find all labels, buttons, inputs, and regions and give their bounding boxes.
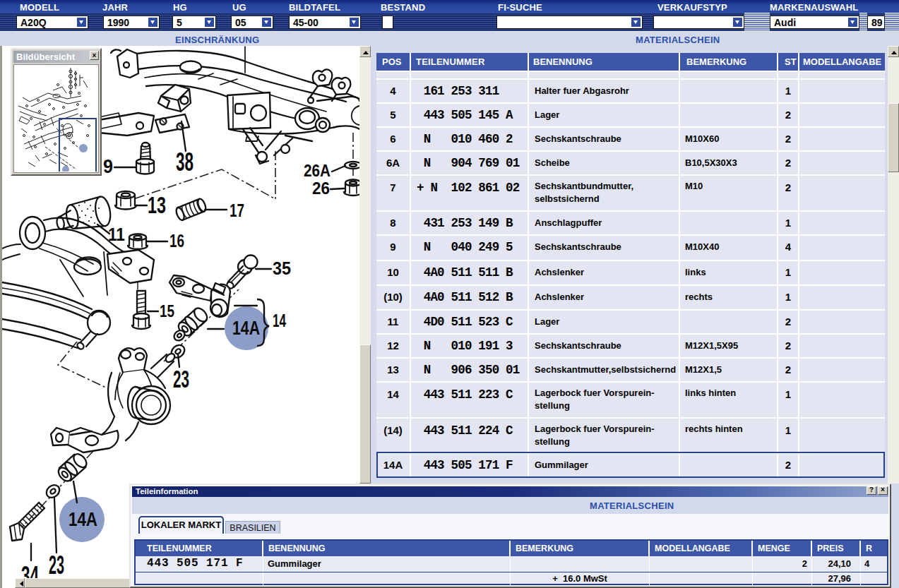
svg-text:15: 15: [160, 301, 174, 320]
svg-text:35: 35: [273, 258, 291, 279]
svg-text:16: 16: [169, 230, 184, 251]
svg-text:38: 38: [176, 148, 194, 176]
svg-text:26: 26: [312, 179, 330, 198]
svg-text:23: 23: [49, 551, 64, 580]
svg-text:11: 11: [108, 224, 125, 245]
svg-text:9: 9: [103, 155, 113, 177]
svg-text:14A: 14A: [232, 318, 260, 339]
svg-text:23: 23: [173, 365, 189, 392]
svg-text:14A: 14A: [69, 509, 97, 530]
svg-text:17: 17: [230, 200, 244, 221]
svg-text:26A: 26A: [304, 161, 331, 180]
svg-text:14: 14: [273, 311, 286, 330]
svg-text:13: 13: [148, 192, 166, 218]
